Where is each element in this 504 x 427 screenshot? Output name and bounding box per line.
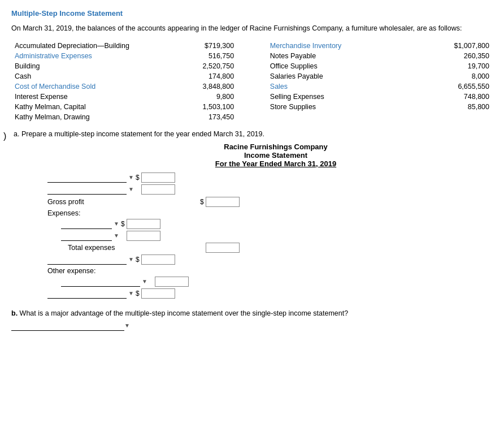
- net-income-dollar: $: [136, 256, 141, 264]
- revenue-input-2[interactable]: [141, 184, 175, 195]
- account-left-value-0: $719,300: [157, 41, 237, 51]
- account-right-label-3: Salaries Payable: [267, 71, 412, 81]
- account-left-label-2: Building: [11, 61, 157, 71]
- income-form: ▼ $ ▼ Gross profit $ Expenses:: [47, 172, 240, 299]
- gross-profit-dollar: $: [200, 198, 206, 206]
- expense-line-2: [61, 231, 112, 241]
- total-expenses-row: Total expenses: [47, 243, 240, 253]
- part-b-answer-row: ▼: [11, 321, 493, 331]
- account-left-label-3: Cash: [11, 71, 157, 81]
- spacer-3: [237, 71, 267, 81]
- revenue-dropdown-1[interactable]: ▼: [127, 174, 136, 180]
- account-left-label-6: Kathy Melman, Capital: [11, 102, 157, 112]
- expense-dollar-1: $: [121, 220, 127, 228]
- other-expense-dropdown-1[interactable]: ▼: [140, 278, 149, 284]
- expense-row-1: ▼ $: [47, 219, 240, 229]
- part-a-section: ) a. Prepare a multiple-step income stat…: [11, 130, 493, 300]
- income-statement-label: Income Statement: [59, 151, 493, 159]
- accounts-table: Accumulated Depreciation—Building$719,30…: [11, 41, 493, 122]
- account-right-value-7: [412, 112, 493, 122]
- account-left-label-0: Accumulated Depreciation—Building: [11, 41, 157, 51]
- part-b-question: What is a major advantage of the multipl…: [20, 309, 349, 317]
- net-income-row: ▼ $: [47, 255, 240, 265]
- account-right-value-1: 260,350: [412, 51, 493, 61]
- account-right-value-0: $1,007,800: [412, 41, 493, 51]
- account-right-label-0: Merchandise Inventory: [267, 41, 412, 51]
- account-left-value-7: 173,450: [157, 112, 237, 122]
- spacer-0: [237, 41, 267, 51]
- expense-dropdown-2[interactable]: ▼: [112, 232, 121, 239]
- net-income-input[interactable]: [141, 255, 175, 265]
- gross-profit-input[interactable]: [206, 197, 240, 207]
- final-result-row: ▼ $: [47, 288, 240, 299]
- intro-text: On March 31, 2019, the balances of the a…: [11, 23, 493, 34]
- account-right-value-4: 6,655,550: [412, 81, 493, 92]
- other-expense-row-1: ▼: [47, 277, 240, 287]
- account-left-label-5: Interest Expense: [11, 92, 157, 102]
- gross-profit-row: Gross profit $: [47, 197, 240, 207]
- net-income-dropdown[interactable]: ▼: [127, 256, 136, 262]
- part-b-label: b.: [11, 309, 18, 317]
- account-right-label-4: Sales: [267, 81, 412, 92]
- account-left-value-6: 1,503,100: [157, 102, 237, 112]
- account-left-value-2: 2,520,750: [157, 61, 237, 71]
- company-header: Racine Furnishings Company Income Statem…: [59, 143, 493, 168]
- expense-input-2[interactable]: [127, 231, 160, 241]
- other-expense-line-1: [61, 277, 140, 287]
- part-b-dropdown[interactable]: ▼: [124, 322, 130, 329]
- part-a-instruction: a. Prepare a multiple-step income statem…: [14, 130, 493, 138]
- account-right-label-6: Store Supplies: [267, 102, 412, 112]
- other-expense-input-1[interactable]: [155, 277, 189, 287]
- total-expenses-label: Total expenses: [68, 244, 200, 252]
- expense-row-2: ▼: [47, 231, 240, 241]
- part-b-section: b. What is a major advantage of the mult…: [11, 309, 493, 317]
- dollar-sign-1: $: [136, 174, 141, 182]
- account-right-label-1: Notes Payable: [267, 51, 412, 61]
- expense-input-1[interactable]: [127, 219, 160, 229]
- account-left-label-4: Cost of Merchandise Sold: [11, 81, 157, 92]
- account-left-value-1: 516,750: [157, 51, 237, 61]
- net-income-line: [47, 255, 127, 265]
- revenue-row-2: ▼: [47, 184, 240, 195]
- account-left-value-5: 9,800: [157, 92, 237, 102]
- account-right-value-5: 748,800: [412, 92, 493, 102]
- spacer-7: [237, 112, 267, 122]
- spacer-5: [237, 92, 267, 102]
- account-right-label-7: [267, 112, 412, 122]
- account-right-label-2: Office Supplies: [267, 61, 412, 71]
- final-dropdown[interactable]: ▼: [127, 290, 136, 296]
- expense-dropdown-1[interactable]: ▼: [112, 221, 121, 227]
- revenue-input-1[interactable]: [141, 172, 175, 183]
- period-label: For the Year Ended March 31, 2019: [59, 159, 493, 168]
- gross-profit-label: Gross profit: [47, 198, 200, 206]
- account-right-label-5: Selling Expenses: [267, 92, 412, 102]
- revenue-line-2: [47, 184, 127, 195]
- account-left-label-1: Administrative Expenses: [11, 51, 157, 61]
- account-right-value-3: 8,000: [412, 71, 493, 81]
- account-left-value-4: 3,848,800: [157, 81, 237, 92]
- total-expenses-input[interactable]: [206, 243, 240, 253]
- revenue-row-1: ▼ $: [47, 172, 240, 183]
- company-name: Racine Furnishings Company: [59, 143, 493, 151]
- account-left-value-3: 174,800: [157, 71, 237, 81]
- account-right-value-2: 19,700: [412, 61, 493, 71]
- spacer-6: [237, 102, 267, 112]
- spacer-1: [237, 51, 267, 61]
- part-b-answer-line: [11, 321, 124, 331]
- revenue-line-1: [47, 172, 127, 183]
- expenses-label: Expenses:: [47, 209, 240, 217]
- final-dollar: $: [136, 290, 141, 297]
- spacer-4: [237, 81, 267, 92]
- page-title: Multiple-Step Income Statement: [11, 9, 493, 18]
- account-right-value-6: 85,800: [412, 102, 493, 112]
- final-result-input[interactable]: [141, 288, 175, 299]
- account-left-label-7: Kathy Melman, Drawing: [11, 112, 157, 122]
- spacer-2: [237, 61, 267, 71]
- other-expense-label: Other expense:: [47, 267, 240, 275]
- expense-line-1: [61, 219, 112, 229]
- revenue-dropdown-2[interactable]: ▼: [127, 186, 136, 192]
- final-result-line: [47, 288, 127, 299]
